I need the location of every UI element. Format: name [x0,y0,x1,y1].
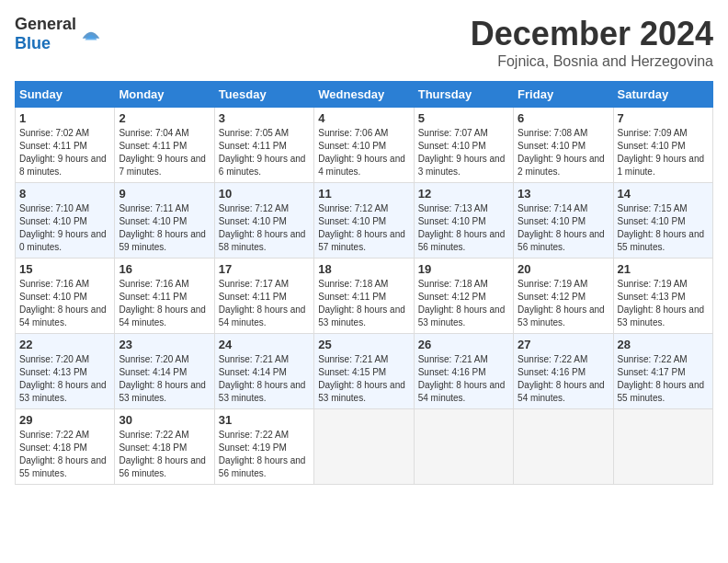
day-cell: 6 Sunrise: 7:08 AMSunset: 4:10 PMDayligh… [514,108,613,183]
week-row-4: 22 Sunrise: 7:20 AMSunset: 4:13 PMDaylig… [16,334,713,409]
day-info: Sunrise: 7:18 AMSunset: 4:11 PMDaylight:… [318,278,409,329]
day-info: Sunrise: 7:18 AMSunset: 4:12 PMDaylight:… [418,278,509,329]
day-cell: 22 Sunrise: 7:20 AMSunset: 4:13 PMDaylig… [16,334,115,409]
day-cell: 31 Sunrise: 7:22 AMSunset: 4:19 PMDaylig… [214,409,313,485]
day-number: 4 [318,111,409,125]
day-info: Sunrise: 7:12 AMSunset: 4:10 PMDaylight:… [318,202,409,254]
day-number: 8 [19,187,110,201]
day-info: Sunrise: 7:12 AMSunset: 4:10 PMDaylight:… [219,202,310,254]
day-info: Sunrise: 7:20 AMSunset: 4:14 PMDaylight:… [119,353,210,405]
day-info: Sunrise: 7:16 AMSunset: 4:11 PMDaylight:… [119,278,210,329]
day-number: 20 [518,262,609,276]
page-header: General Blue December 2024 Fojnica, Bosn… [15,15,713,70]
day-cell: 4 Sunrise: 7:06 AMSunset: 4:10 PMDayligh… [314,108,414,183]
day-number: 30 [119,413,210,427]
day-number: 12 [418,187,509,201]
day-info: Sunrise: 7:19 AMSunset: 4:13 PMDaylight:… [618,278,709,329]
day-info: Sunrise: 7:17 AMSunset: 4:11 PMDaylight:… [219,278,310,329]
day-info: Sunrise: 7:21 AMSunset: 4:16 PMDaylight:… [418,353,509,405]
day-number: 5 [418,111,509,125]
day-number: 14 [618,187,709,201]
day-info: Sunrise: 7:22 AMSunset: 4:18 PMDaylight:… [119,429,210,480]
day-cell: 5 Sunrise: 7:07 AMSunset: 4:10 PMDayligh… [414,108,513,183]
day-number: 3 [219,111,310,125]
day-cell: 13 Sunrise: 7:14 AMSunset: 4:10 PMDaylig… [514,183,613,259]
day-number: 27 [518,338,609,351]
day-info: Sunrise: 7:08 AMSunset: 4:10 PMDaylight:… [518,127,609,178]
day-cell: 17 Sunrise: 7:17 AMSunset: 4:11 PMDaylig… [214,259,313,334]
day-cell: 15 Sunrise: 7:16 AMSunset: 4:10 PMDaylig… [16,259,115,334]
day-cell: 18 Sunrise: 7:18 AMSunset: 4:11 PMDaylig… [314,259,414,334]
day-info: Sunrise: 7:21 AMSunset: 4:14 PMDaylight:… [219,353,310,405]
month-title: December 2024 [471,15,713,53]
day-cell: 12 Sunrise: 7:13 AMSunset: 4:10 PMDaylig… [414,183,513,259]
day-cell: 28 Sunrise: 7:22 AMSunset: 4:17 PMDaylig… [613,334,712,409]
day-info: Sunrise: 7:02 AMSunset: 4:11 PMDaylight:… [19,127,110,178]
calendar-table: SundayMondayTuesdayWednesdayThursdayFrid… [15,81,713,485]
day-cell: 16 Sunrise: 7:16 AMSunset: 4:11 PMDaylig… [115,259,214,334]
col-header-sunday: Sunday [16,82,115,108]
week-row-5: 29 Sunrise: 7:22 AMSunset: 4:18 PMDaylig… [16,409,713,485]
logo-icon [78,21,104,47]
day-cell: 1 Sunrise: 7:02 AMSunset: 4:11 PMDayligh… [16,108,115,183]
day-number: 22 [19,338,110,351]
week-row-1: 1 Sunrise: 7:02 AMSunset: 4:11 PMDayligh… [16,108,713,183]
day-info: Sunrise: 7:09 AMSunset: 4:10 PMDaylight:… [618,127,709,178]
day-info: Sunrise: 7:13 AMSunset: 4:10 PMDaylight:… [418,202,509,254]
day-number: 21 [618,262,709,276]
week-row-2: 8 Sunrise: 7:10 AMSunset: 4:10 PMDayligh… [16,183,713,259]
day-info: Sunrise: 7:22 AMSunset: 4:19 PMDaylight:… [219,429,310,480]
day-number: 18 [318,262,409,276]
day-cell: 29 Sunrise: 7:22 AMSunset: 4:18 PMDaylig… [16,409,115,485]
day-number: 23 [119,338,210,351]
day-cell: 8 Sunrise: 7:10 AMSunset: 4:10 PMDayligh… [16,183,115,259]
day-info: Sunrise: 7:14 AMSunset: 4:10 PMDaylight:… [518,202,609,254]
day-info: Sunrise: 7:05 AMSunset: 4:11 PMDaylight:… [219,127,310,178]
day-number: 13 [518,187,609,201]
day-number: 26 [418,338,509,351]
day-number: 17 [219,262,310,276]
col-header-tuesday: Tuesday [214,82,313,108]
location: Fojnica, Bosnia and Herzegovina [471,53,713,70]
day-number: 31 [219,413,310,427]
day-cell: 7 Sunrise: 7:09 AMSunset: 4:10 PMDayligh… [613,108,712,183]
day-number: 24 [219,338,310,351]
col-header-thursday: Thursday [414,82,513,108]
day-number: 19 [418,262,509,276]
day-info: Sunrise: 7:22 AMSunset: 4:18 PMDaylight:… [19,429,110,480]
day-number: 28 [618,338,709,351]
day-number: 16 [119,262,210,276]
day-cell [414,409,513,485]
day-info: Sunrise: 7:22 AMSunset: 4:16 PMDaylight:… [518,353,609,405]
header-row: SundayMondayTuesdayWednesdayThursdayFrid… [16,82,713,108]
day-number: 25 [318,338,409,351]
day-cell: 14 Sunrise: 7:15 AMSunset: 4:10 PMDaylig… [613,183,712,259]
day-cell: 23 Sunrise: 7:20 AMSunset: 4:14 PMDaylig… [115,334,214,409]
col-header-friday: Friday [514,82,613,108]
day-info: Sunrise: 7:06 AMSunset: 4:10 PMDaylight:… [318,127,409,178]
day-cell: 19 Sunrise: 7:18 AMSunset: 4:12 PMDaylig… [414,259,513,334]
day-cell: 30 Sunrise: 7:22 AMSunset: 4:18 PMDaylig… [115,409,214,485]
day-number: 29 [19,413,110,427]
day-info: Sunrise: 7:19 AMSunset: 4:12 PMDaylight:… [518,278,609,329]
day-cell: 25 Sunrise: 7:21 AMSunset: 4:15 PMDaylig… [314,334,414,409]
day-number: 10 [219,187,310,201]
day-info: Sunrise: 7:04 AMSunset: 4:11 PMDaylight:… [119,127,210,178]
week-row-3: 15 Sunrise: 7:16 AMSunset: 4:10 PMDaylig… [16,259,713,334]
title-area: December 2024 Fojnica, Bosnia and Herzeg… [471,15,713,70]
day-cell: 2 Sunrise: 7:04 AMSunset: 4:11 PMDayligh… [115,108,214,183]
logo-general: General [15,15,76,33]
col-header-saturday: Saturday [613,82,712,108]
day-cell: 26 Sunrise: 7:21 AMSunset: 4:16 PMDaylig… [414,334,513,409]
day-cell: 11 Sunrise: 7:12 AMSunset: 4:10 PMDaylig… [314,183,414,259]
day-cell: 20 Sunrise: 7:19 AMSunset: 4:12 PMDaylig… [514,259,613,334]
day-info: Sunrise: 7:15 AMSunset: 4:10 PMDaylight:… [618,202,709,254]
day-cell [314,409,414,485]
day-cell [514,409,613,485]
day-cell [613,409,712,485]
day-info: Sunrise: 7:11 AMSunset: 4:10 PMDaylight:… [119,202,210,254]
day-info: Sunrise: 7:21 AMSunset: 4:15 PMDaylight:… [318,353,409,405]
day-number: 15 [19,262,110,276]
day-number: 1 [19,111,110,125]
day-info: Sunrise: 7:20 AMSunset: 4:13 PMDaylight:… [19,353,110,405]
